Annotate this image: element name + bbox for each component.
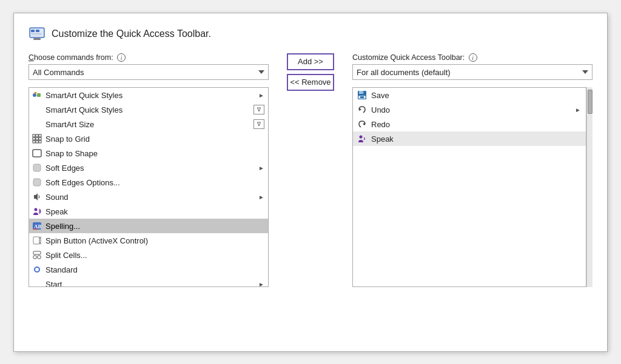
svg-rect-30 (33, 256, 36, 259)
item-label: Redo (371, 120, 390, 129)
svg-rect-0 (30, 28, 44, 38)
list-item[interactable]: Start ► (29, 277, 268, 287)
left-info-icon[interactable]: i (117, 53, 126, 62)
svg-rect-13 (39, 137, 41, 140)
svg-rect-38 (360, 96, 364, 98)
right-list-item-undo[interactable]: Undo ► (353, 102, 586, 117)
undo-icon (357, 104, 368, 115)
svg-rect-10 (39, 134, 41, 137)
svg-rect-4 (33, 38, 41, 40)
sub-button[interactable]: ∇ (253, 119, 264, 129)
add-button[interactable]: Add >> (287, 53, 334, 70)
list-item[interactable]: SmartArt Quick Styles ∇ (29, 102, 268, 117)
item-label: Split Cells... (45, 251, 264, 260)
customize-toolbar-dialog: Customize the Quick Access Toolbar. Choo… (13, 13, 608, 352)
arrow-icon: ► (575, 107, 581, 113)
svg-rect-16 (39, 141, 41, 143)
svg-rect-14 (33, 141, 35, 143)
svg-marker-40 (363, 122, 365, 125)
speak-icon (357, 133, 368, 144)
item-label: Start (45, 280, 255, 288)
left-col-label: Choose commands from: i (29, 53, 269, 62)
list-item-snap-to-shape[interactable]: Snap to Shape (29, 146, 268, 160)
arrow-icon: ► (258, 92, 264, 99)
save-icon (357, 90, 368, 101)
list-item[interactable]: Sound ► (29, 190, 268, 204)
right-list-item-speak[interactable]: Speak (353, 131, 586, 146)
svg-rect-29 (33, 251, 41, 254)
svg-rect-26 (39, 240, 41, 244)
item-label: Spelling... (45, 222, 264, 231)
soft-edges-options-icon (32, 177, 42, 188)
standard-icon (32, 264, 42, 275)
toolbar-scope-dropdown[interactable]: For all documents (default) For this doc… (352, 64, 592, 80)
svg-rect-11 (33, 137, 35, 140)
sound-icon (32, 191, 42, 202)
commands-list: SmartArt Quick Styles ► SmartArt Quick S… (29, 87, 269, 287)
svg-point-21 (35, 208, 38, 211)
svg-rect-31 (38, 256, 41, 259)
empty-icon (32, 104, 42, 115)
empty-icon (32, 279, 42, 287)
item-label: Spin Button (ActiveX Control) (45, 236, 264, 245)
left-col-label-underline: C (29, 53, 34, 62)
right-column: Customize Quick Access Toolbar: i For al… (352, 53, 592, 288)
sub-button[interactable]: ∇ (253, 105, 264, 114)
redo-icon (357, 119, 368, 130)
svg-marker-39 (359, 108, 361, 111)
svg-rect-6 (37, 93, 41, 97)
list-item[interactable]: Split Cells... (29, 248, 268, 262)
item-label: Soft Edges (45, 164, 255, 173)
left-column: Choose commands from: i All Commands Pop… (29, 53, 269, 288)
list-item[interactable]: Soft Edges Options... (29, 175, 268, 190)
soft-edges-icon (32, 162, 42, 173)
spelling-icon: ABC (32, 220, 42, 231)
right-list-item-save[interactable]: Save (353, 88, 586, 102)
list-item[interactable]: Spin Button (ActiveX Control) (29, 233, 268, 248)
dialog-title: Customize the Quick Access Toolbar. (52, 28, 211, 39)
item-label: Speak (371, 134, 394, 144)
dialog-title-icon (29, 25, 45, 42)
list-item[interactable]: SmartArt Quick Styles ► (29, 88, 268, 102)
list-item-spelling[interactable]: ABC Spelling... (29, 219, 268, 233)
svg-rect-17 (33, 150, 41, 157)
right-info-icon[interactable]: i (469, 53, 477, 62)
toolbar-items-list: Save Undo ► (352, 87, 586, 287)
remove-button[interactable]: << Remove (287, 74, 334, 91)
arrow-icon: ► (258, 194, 264, 200)
svg-rect-9 (36, 134, 38, 137)
svg-rect-1 (31, 30, 35, 32)
svg-rect-8 (33, 134, 35, 137)
svg-marker-20 (34, 193, 38, 200)
list-item[interactable]: Speak (29, 204, 268, 219)
item-label: Sound (45, 193, 255, 202)
scrollbar-thumb (588, 90, 592, 114)
grid-icon (32, 133, 42, 144)
spin-icon (32, 235, 42, 246)
right-list-item-redo[interactable]: Redo (353, 117, 586, 131)
item-label: Standard (45, 265, 264, 274)
empty-icon (32, 119, 42, 130)
list-item[interactable]: Soft Edges ► (29, 160, 268, 175)
svg-rect-15 (36, 141, 38, 143)
commands-dropdown[interactable]: All Commands Popular Commands Commands N… (29, 64, 269, 80)
arrow-icon: ► (258, 281, 264, 288)
svg-rect-25 (39, 237, 41, 240)
right-col-label: Customize Quick Access Toolbar: i (352, 53, 592, 62)
svg-point-33 (35, 268, 39, 271)
svg-rect-3 (31, 33, 42, 35)
item-label: SmartArt Quick Styles (45, 91, 255, 100)
list-item[interactable]: Snap to Grid (29, 131, 268, 146)
arrow-icon: ► (258, 165, 264, 171)
svg-rect-18 (33, 164, 41, 171)
add-remove-buttons: Add >> << Remove (283, 53, 338, 127)
list-item[interactable]: Standard (29, 262, 268, 277)
smartart-icon (32, 90, 42, 101)
item-label: Undo (371, 105, 390, 114)
item-label: SmartArt Size (45, 120, 250, 129)
shape-icon (32, 148, 42, 159)
item-label: Snap to Shape (45, 149, 264, 158)
list-item[interactable]: SmartArt Size ∇ (29, 117, 268, 131)
right-list-scrollbar[interactable] (586, 87, 592, 287)
svg-rect-24 (33, 237, 39, 244)
